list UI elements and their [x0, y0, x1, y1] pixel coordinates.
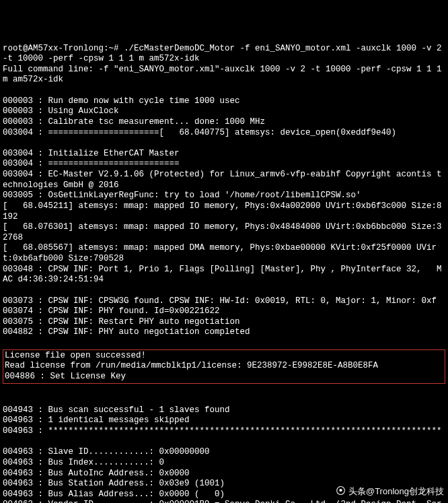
terminal-line: License file open successed!	[5, 351, 443, 362]
terminal-line: 004963 : *******************************…	[3, 426, 445, 437]
terminal-line: [ 68.045211] atemsys: mmap: mapped IO me…	[3, 201, 445, 222]
terminal-line	[3, 437, 445, 448]
terminal-line: 004943 : Bus scan successful - 1 slaves …	[3, 405, 445, 416]
watermark-text: 头条@Tronlong创龙科技	[348, 486, 444, 497]
terminal-line: 003073 : CPSW INF: CPSW3G found. CPSW IN…	[3, 296, 445, 307]
terminal-line: 000003 : Run demo now with cycle time 10…	[3, 96, 445, 107]
terminal-line: 003004 : ======================[ 68.0407…	[3, 128, 445, 139]
terminal-line: [ 68.076301] atemsys: mmap: mapped IO me…	[3, 222, 445, 243]
terminal-output-before: root@AM57xx-Tronlong:~# ./EcMasterDemoDC…	[3, 44, 445, 339]
terminal-line: 003004 : Initialize EtherCAT Master	[3, 149, 445, 160]
terminal-line: 003048 : CPSW INF: Port 1, Prio 1, Flags…	[3, 265, 445, 286]
terminal-line: 003004 : EC-Master V2.9.1.06 (Protected)…	[3, 170, 445, 191]
license-highlight-box: License file open successed!Read license…	[3, 349, 445, 384]
terminal-line: 004963 : Vendor ID...........: 0x000001B…	[3, 500, 445, 503]
terminal-line	[3, 138, 445, 149]
terminal-line	[3, 395, 445, 405]
terminal-line: root@AM57xx-Tronlong:~# ./EcMasterDemoDC…	[3, 44, 445, 65]
terminal-line: Read license from /run/media/mmcblk1p1/l…	[5, 361, 443, 372]
terminal-line: 004963 : 1 identical messages skipped	[3, 415, 445, 426]
terminal-line: 004963 : Bus Index...........: 0	[3, 458, 445, 469]
terminal-line: 004886 : Set License Key	[5, 372, 443, 382]
terminal-line: 004963 : Slave ID............: 0x0000000…	[3, 447, 445, 458]
terminal-line: 003004 : ==========================	[3, 159, 445, 170]
terminal-line: 000003 : Calibrate tsc measurement... do…	[3, 117, 445, 128]
terminal-line: 004963 : Bus AutoInc Address.: 0x0000	[3, 469, 445, 479]
terminal-line: 004882 : CPSW INF: PHY auto negotiation …	[3, 327, 445, 338]
terminal-line	[3, 86, 445, 96]
terminal-line	[3, 286, 445, 296]
terminal-line: 000003 : Using AuxClock	[3, 106, 445, 117]
watermark-icon: ⦿	[336, 485, 346, 498]
terminal-line: 003075 : CPSW INF: Restart PHY auto nego…	[3, 317, 445, 328]
terminal-line: Full command line: -f "eni_SANYO_motor.x…	[3, 65, 445, 86]
terminal-line: 003074 : CPSW INF: PHY found. Id=0x00221…	[3, 306, 445, 317]
terminal-line: 003005 : OsGetLinkLayerRegFunc: try to l…	[3, 191, 445, 201]
watermark: ⦿ 头条@Tronlong创龙科技	[336, 485, 444, 498]
terminal-line: [ 68.085567] atemsys: mmap: mapped DMA m…	[3, 243, 445, 264]
